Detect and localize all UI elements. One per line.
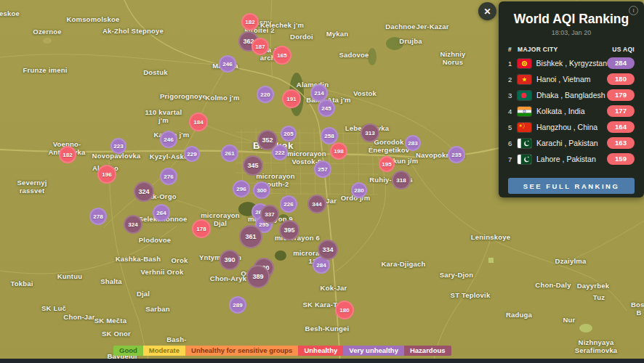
ranking-rank: 3 [508,91,518,99]
india-flag-icon [518,107,531,116]
ranking-city: Karachi , Pakistan [536,139,607,147]
pakistan-flag-icon [518,155,531,164]
ranking-city: Hanoi , Vietnam [536,75,607,83]
aqi-marker[interactable]: 276 [160,168,177,185]
aqi-marker[interactable]: 191 [282,89,301,108]
aqi-marker[interactable]: 205 [281,126,297,142]
aqi-marker[interactable]: 345 [243,155,263,176]
ranking-city: Bishkek , Kyrgyzstan [536,59,607,68]
vietnam-flag-icon [518,75,531,84]
aqi-marker[interactable]: 289 [229,296,246,314]
ranking-rows: 1Bishkek , Kyrgyzstan2842Hanoi , Vietnam… [508,55,635,167]
aqi-marker[interactable]: 264 [153,204,170,221]
aqi-marker[interactable]: 223 [110,138,126,154]
info-icon[interactable]: i [629,6,638,15]
legend-item: Very unhealthy [343,346,404,356]
aqi-marker[interactable]: 300 [253,182,270,199]
ranking-rank: 2 [508,76,518,83]
ranking-rank: 4 [508,107,518,115]
aqi-marker[interactable]: 318 [392,171,411,189]
aqi-marker[interactable]: 245 [318,99,335,117]
aqi-badge: 179 [607,89,635,101]
aqi-marker[interactable]: 344 [307,195,326,213]
aqi-marker[interactable]: 187 [251,38,269,55]
aqi-marker[interactable]: 257 [314,160,331,178]
ranking-city: Dhaka , Bangladesh [536,91,607,99]
aqi-marker[interactable]: 261 [221,144,238,162]
aqi-marker[interactable]: 246 [160,131,177,148]
aqi-badge: 164 [607,121,635,133]
aqi-marker[interactable]: 324 [134,182,154,202]
ranking-city: Hangzhou , China [536,123,607,131]
ranking-row[interactable]: 7Lahore , Pakistan159 [508,151,635,167]
ranking-row[interactable]: 6Karachi , Pakistan163 [508,135,635,151]
ranking-row[interactable]: 2Hanoi , Vietnam180 [508,71,635,87]
aqi-badge: 159 [607,153,635,165]
aqi-marker[interactable]: 334 [318,240,338,260]
aqi-marker[interactable]: 337 [260,205,279,224]
aqi-marker[interactable]: 324 [124,215,142,234]
aqi-marker[interactable]: 220 [257,86,274,103]
ranking-table-header: # MAJOR CITY US AQI [508,46,635,53]
aqi-marker[interactable]: 180 [335,301,354,319]
aqi-marker[interactable]: 226 [280,195,297,213]
aqi-marker[interactable]: 178 [192,219,211,238]
legend-item: Hazardous [404,346,451,356]
aqi-badge: 177 [607,105,635,117]
ranking-city: Kolkata , India [536,107,607,115]
ranking-row[interactable]: 3Dhaka , Bangladesh179 [508,87,635,103]
aqi-marker[interactable]: 258 [321,127,338,144]
aqi-marker[interactable]: 390 [220,250,240,270]
ranking-row[interactable]: 4Kolkata , India177 [508,103,635,119]
aqi-map-app: eskoeOzernoeKomsomolskoeAk-Zhol Stepnoye… [0,0,644,363]
kyrgyzstan-flag-icon [518,59,531,68]
close-icon: ✕ [483,7,491,17]
aqi-marker[interactable]: 182 [241,13,259,30]
aqi-marker[interactable]: 361 [239,225,262,248]
aqi-marker[interactable]: 235 [448,146,465,163]
col-aqi: US AQI [612,46,635,53]
aqi-marker[interactable]: 195 [379,156,395,172]
panel-timestamp: 18:03, Jan 20 [499,29,644,36]
aqi-marker[interactable]: 165 [273,46,291,65]
aqi-badge: 284 [607,57,635,69]
legend-item: Unhealthy for sensitive groups [185,346,298,356]
ranking-rank: 7 [508,155,518,163]
bottom-edge [0,359,644,363]
aqi-marker[interactable]: 283 [405,135,421,151]
col-city: MAJOR CITY [518,46,612,53]
world-aqi-ranking-panel: i World AQI Ranking 18:03, Jan 20 # MAJO… [499,1,644,197]
aqi-marker[interactable]: 352 [257,130,278,150]
panel-title: World AQI Ranking [499,12,644,27]
bangladesh-flag-icon [518,91,531,100]
ranking-rank: 1 [508,60,518,68]
china-flag-icon [518,123,531,132]
aqi-marker[interactable]: 389 [246,265,270,288]
ranking-rank: 6 [508,139,518,147]
close-panel-button[interactable]: ✕ [478,2,496,20]
ranking-row[interactable]: 5Hangzhou , China164 [508,119,635,135]
ranking-city: Lahore , Pakistan [536,155,607,163]
aqi-marker[interactable]: 280 [351,182,367,198]
aqi-marker[interactable]: 313 [361,123,379,142]
pakistan-flag-icon [518,139,531,148]
ranking-row[interactable]: 1Bishkek , Kyrgyzstan284 [508,55,635,71]
aqi-marker[interactable]: 395 [279,220,299,240]
aqi-marker[interactable]: 184 [189,113,208,131]
aqi-marker[interactable]: 198 [330,142,347,160]
ranking-rank: 5 [508,123,518,131]
aqi-marker[interactable]: 296 [233,180,250,197]
see-full-ranking-button[interactable]: SEE FULL RANKING [508,178,635,194]
col-rank: # [508,46,518,53]
legend-item: Good [113,346,143,356]
aqi-marker[interactable]: 196 [97,165,116,184]
legend-item: Unhealthy [298,346,343,356]
aqi-legend: GoodModerateUnhealthy for sensitive grou… [113,346,451,356]
legend-item: Moderate [143,346,185,356]
aqi-marker[interactable]: 229 [184,146,200,162]
aqi-badge: 163 [607,137,635,149]
aqi-marker[interactable]: 182 [59,146,76,163]
aqi-badge: 180 [607,73,635,85]
aqi-marker[interactable]: 278 [89,208,107,225]
aqi-marker[interactable]: 246 [219,55,236,73]
